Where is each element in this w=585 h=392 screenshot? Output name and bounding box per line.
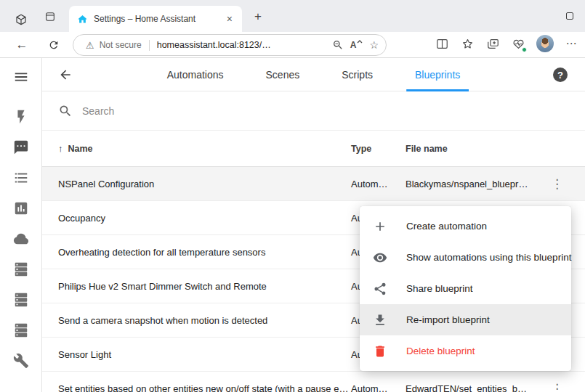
tab-scenes[interactable]: Scenes <box>257 58 309 91</box>
menu-item-label: Share blueprint <box>406 283 473 294</box>
blueprint-context-menu: Create automation Show automations using… <box>360 206 571 371</box>
row-file: Blackymas/nspanel_blueprin… <box>406 179 529 189</box>
row-file: EdwardTEN/set_entities_bas… <box>406 383 529 392</box>
menu-item-reimport-blueprint[interactable]: Re-import blueprint <box>360 304 571 335</box>
row-type: Autom… <box>351 383 406 392</box>
help-button[interactable]: ? <box>553 68 568 82</box>
ha-back-button[interactable] <box>58 68 73 82</box>
menu-item-show-automations[interactable]: Show automations using this blueprint <box>360 242 571 273</box>
address-divider <box>149 40 150 51</box>
profile-avatar[interactable] <box>536 35 554 52</box>
back-button[interactable]: ← <box>12 36 31 54</box>
tab-title: Settings – Home Assistant <box>94 14 225 24</box>
column-header-file[interactable]: File name <box>406 144 529 154</box>
sidebar-item-logbook[interactable] <box>13 170 29 186</box>
maximize-icon <box>566 12 573 20</box>
read-aloud-letter: A <box>350 40 357 50</box>
search-bar <box>42 91 585 131</box>
read-aloud-icon[interactable]: A <box>350 40 363 50</box>
menu-item-delete-blueprint[interactable]: Delete blueprint <box>360 335 571 367</box>
row-menu-icon[interactable]: ⋮ <box>546 380 568 392</box>
table-row[interactable]: Set entities based on other entities new… <box>42 372 585 392</box>
sort-ascending-icon: ↑ <box>58 143 63 154</box>
share-icon <box>373 282 387 296</box>
table-header: ↑ Name Type File name <box>42 131 585 167</box>
row-name: Set entities based on other entities new… <box>42 372 351 392</box>
column-name-label: Name <box>68 144 93 154</box>
menu-item-label: Show automations using this blueprint <box>406 252 571 263</box>
workspaces-icon[interactable] <box>12 10 31 29</box>
ha-sidebar <box>0 58 42 392</box>
download-icon <box>373 313 387 327</box>
refresh-button[interactable] <box>44 36 63 54</box>
search-input[interactable] <box>82 105 373 117</box>
active-tab[interactable]: Settings – Home Assistant × <box>69 6 242 32</box>
collections-icon[interactable] <box>485 36 501 52</box>
sidebar-item-server-1[interactable] <box>13 261 29 277</box>
row-name: Occupancy <box>42 201 351 235</box>
row-name: Philips Hue v2 Smart Dimmer Switch and R… <box>42 269 351 303</box>
tab-scripts[interactable]: Scripts <box>333 58 382 91</box>
row-menu-icon[interactable]: ⋮ <box>546 175 568 193</box>
zoom-out-icon[interactable] <box>332 39 344 51</box>
search-icon <box>58 104 73 118</box>
sidebar-item-server-3[interactable] <box>13 322 29 338</box>
status-green-dot <box>522 47 527 52</box>
tab-close-icon[interactable]: × <box>225 14 235 24</box>
address-bar[interactable]: ⚠ Not secure homeassistant.local:8123/… … <box>73 34 387 56</box>
sidebar-item-tools[interactable] <box>13 353 29 369</box>
split-screen-icon[interactable] <box>435 36 450 52</box>
tab-automations[interactable]: Automations <box>158 58 233 91</box>
not-secure-label[interactable]: Not secure <box>100 40 142 50</box>
sidebar-item-voice-assistant[interactable] <box>13 139 29 155</box>
sidebar-item-server-2[interactable] <box>13 292 29 308</box>
table-row[interactable]: NSPanel Configuration Autom… Blackymas/n… <box>42 167 585 201</box>
favorite-star-icon[interactable]: ☆ <box>369 39 379 51</box>
column-header-type[interactable]: Type <box>351 144 406 154</box>
sidebar-item-cloud[interactable] <box>13 231 29 247</box>
settings-more-icon[interactable]: ⋯ <box>564 36 579 52</box>
ha-header: Automations Scenes Scripts Blueprints ? <box>42 58 585 91</box>
row-name: NSPanel Configuration <box>42 167 351 201</box>
sidebar-menu-icon[interactable] <box>13 69 29 85</box>
new-tab-button[interactable]: + <box>250 9 266 25</box>
browser-essentials-icon[interactable] <box>511 36 526 52</box>
home-assistant-favicon <box>77 14 88 25</box>
sidebar-item-energy[interactable] <box>13 109 29 125</box>
trash-icon <box>373 344 387 359</box>
menu-item-label: Create automation <box>406 221 487 232</box>
sidebar-item-history[interactable] <box>13 200 29 216</box>
browser-titlebar: Settings – Home Assistant × + <box>0 0 585 32</box>
column-header-name[interactable]: ↑ Name <box>42 143 351 154</box>
row-name: Sensor Light <box>42 338 351 372</box>
row-name: Send a camera snapshot when motion is de… <box>42 303 351 338</box>
url-text: homeassistant.local:8123/… <box>157 40 326 50</box>
menu-item-create-automation[interactable]: Create automation <box>360 211 571 242</box>
menu-item-share-blueprint[interactable]: Share blueprint <box>360 273 571 304</box>
plus-icon <box>373 219 387 234</box>
not-secure-warning-icon: ⚠ <box>86 40 94 51</box>
ha-tab-bar: Automations Scenes Scripts Blueprints <box>158 58 469 91</box>
menu-item-label: Re-import blueprint <box>406 314 490 325</box>
row-name: Overheating detection for all temperatur… <box>42 235 351 269</box>
browser-window: Settings – Home Assistant × + ← ⚠ Not se… <box>0 0 585 392</box>
tab-layout-icon[interactable] <box>41 7 60 26</box>
row-type: Autom… <box>351 179 406 189</box>
maximize-button[interactable] <box>562 9 577 23</box>
eye-icon <box>373 250 387 265</box>
favorites-hub-icon[interactable] <box>460 36 475 52</box>
menu-item-label: Delete blueprint <box>406 346 475 356</box>
tab-blueprints[interactable]: Blueprints <box>406 58 469 91</box>
